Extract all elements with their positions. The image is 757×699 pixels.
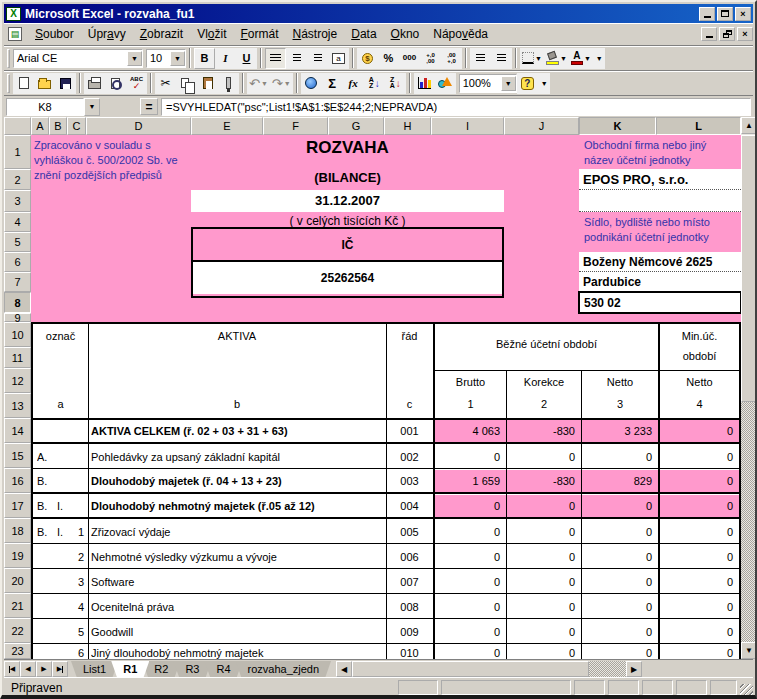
workbook-restore-button[interactable] [719, 27, 735, 41]
table-row-005[interactable]: B.I.1Zřizovací výdaje0050000 [33, 520, 739, 544]
column-header-A[interactable]: A [31, 117, 49, 135]
toolbar-options-button[interactable]: ▼ [593, 48, 605, 69]
vertical-scroll-track[interactable] [741, 402, 757, 642]
help-button[interactable]: ? [517, 73, 538, 94]
column-header-K[interactable]: K [579, 117, 656, 135]
table-row-003[interactable]: B.Dlouhodobý majetek (ř. 04 + 13 + 23)00… [33, 470, 739, 494]
font-color-button[interactable]: A▼ [569, 48, 593, 69]
row-header-21[interactable]: 21 [4, 593, 31, 618]
table-row-009[interactable]: 5Goodwill0090000 [33, 620, 739, 644]
scroll-right-button[interactable]: ▶ [626, 661, 642, 677]
column-header-E[interactable]: E [191, 117, 263, 135]
row-header-6[interactable]: 6 [4, 252, 31, 272]
report-header-area[interactable]: Zpracováno v souladu s vyhláškou č. 500/… [31, 135, 741, 322]
row-header-10[interactable]: 10 [4, 322, 31, 347]
column-header-G[interactable]: G [328, 117, 384, 135]
table-row-007[interactable]: 3Software0070000 [33, 570, 739, 594]
horizontal-scroll-thumb[interactable] [352, 661, 589, 677]
vertical-scroll-thumb[interactable] [741, 135, 757, 402]
sheet-tab-r1[interactable]: R1 [111, 661, 149, 678]
menu-item-npovda[interactable]: Nápověda [426, 24, 495, 44]
chevron-down-icon[interactable]: ▼ [501, 76, 516, 91]
row-header-20[interactable]: 20 [4, 568, 31, 593]
column-header-B[interactable]: B [49, 117, 67, 135]
chart-wizard-button[interactable] [414, 73, 435, 94]
paste-button[interactable] [197, 73, 218, 94]
column-header-L[interactable]: L [656, 117, 741, 135]
decrease-decimal-button[interactable]: ,00 +,0 [441, 48, 462, 69]
row-header-5[interactable]: 5 [4, 232, 31, 252]
row-header-16[interactable]: 16 [4, 468, 31, 493]
save-button[interactable] [55, 73, 76, 94]
align-right-button[interactable] [307, 48, 328, 69]
new-workbook-button[interactable] [13, 73, 34, 94]
column-header-C[interactable]: C [67, 117, 86, 135]
fill-color-button[interactable]: ▼ [544, 48, 569, 69]
last-sheet-button[interactable]: ▶ [52, 661, 68, 677]
previous-sheet-button[interactable]: ◀ [20, 661, 36, 677]
row-header-8[interactable]: 8 [4, 292, 31, 313]
row-header-14[interactable]: 14 [4, 418, 31, 443]
sheet-tab-list1[interactable]: List1 [71, 661, 118, 678]
underline-button[interactable]: U [236, 48, 257, 69]
next-sheet-button[interactable]: ▶ [36, 661, 52, 677]
chevron-down-icon[interactable]: ▼ [170, 51, 185, 66]
chevron-down-icon[interactable]: ▼ [127, 51, 142, 66]
font-name-combo[interactable]: Arial CE ▼ [13, 49, 143, 68]
column-header-I[interactable]: I [431, 117, 504, 135]
equals-button[interactable]: = [140, 98, 158, 115]
row-header-23[interactable]: 23 [4, 643, 31, 659]
column-header-H[interactable]: H [384, 117, 431, 135]
row-header-3[interactable]: 3 [4, 190, 31, 212]
report-date[interactable]: 31.12.2007 [191, 190, 504, 212]
undo-button[interactable]: ↶▼ [247, 73, 270, 94]
open-button[interactable] [34, 73, 55, 94]
row-header-11[interactable]: 11 [4, 347, 31, 368]
menu-item-okno[interactable]: Okno [384, 24, 427, 44]
toolbar-options-button[interactable]: ▼ [538, 73, 550, 94]
menu-item-pravy[interactable]: Úpravy [81, 24, 133, 44]
spelling-button[interactable]: ABC✓ [126, 73, 147, 94]
zoom-combo[interactable]: 100% ▼ [459, 74, 517, 93]
first-sheet-button[interactable]: ◀ [4, 661, 20, 677]
table-row-004[interactable]: B.I.Dlouhodobý nehmotný majetek (ř.05 až… [33, 495, 739, 519]
row-header-17[interactable]: 17 [4, 493, 31, 518]
scroll-left-button[interactable]: ◀ [336, 661, 352, 677]
column-header-D[interactable]: D [86, 117, 191, 135]
paste-function-button[interactable]: fx [343, 73, 364, 94]
comma-style-button[interactable]: 000 [399, 48, 420, 69]
row-header-4[interactable]: 4 [4, 212, 31, 232]
select-all-corner[interactable] [4, 117, 31, 135]
copy-button[interactable] [176, 73, 197, 94]
font-size-combo[interactable]: 10 ▼ [146, 49, 186, 68]
name-box[interactable]: K8 [6, 98, 84, 116]
increase-indent-button[interactable] [491, 48, 512, 69]
borders-button[interactable]: ▼ [520, 48, 544, 69]
close-button[interactable]: × [735, 7, 751, 21]
row-header-2[interactable]: 2 [4, 169, 31, 190]
firm-name-cell-2[interactable] [579, 190, 741, 212]
percent-style-button[interactable]: % [378, 48, 399, 69]
row-header-7[interactable]: 7 [4, 272, 31, 292]
row-header-22[interactable]: 22 [4, 618, 31, 643]
increase-decimal-button[interactable]: +,0 ,00 [420, 48, 441, 69]
column-header-J[interactable]: J [504, 117, 579, 135]
toolbar-grip[interactable] [7, 74, 10, 93]
row-header-18[interactable]: 18 [4, 518, 31, 543]
formula-input[interactable]: =SVYHLEDAT("psc";List1!$A$1:$E$244;2;NEP… [161, 98, 751, 116]
resize-grip[interactable] [740, 684, 753, 697]
maximize-button[interactable] [717, 7, 733, 21]
sort-descending-button[interactable]: Z A↓ [385, 73, 406, 94]
sort-ascending-button[interactable]: A Z↓ [364, 73, 385, 94]
menu-item-soubor[interactable]: Soubor [28, 24, 81, 44]
firm-name-cell[interactable]: EPOS PRO, s.r.o. [579, 169, 741, 190]
scroll-up-button[interactable]: ▲ [741, 117, 757, 134]
insert-hyperlink-button[interactable] [301, 73, 322, 94]
align-left-button[interactable] [265, 48, 286, 69]
table-row-002[interactable]: A.Pohledávky za upsaný základní kapitál0… [33, 445, 739, 469]
menu-item-vloit[interactable]: Vložit [190, 24, 233, 44]
row-header-19[interactable]: 19 [4, 543, 31, 568]
menu-item-data[interactable]: Data [344, 24, 383, 44]
row-header-12[interactable]: 12 [4, 368, 31, 393]
redo-button[interactable]: ↷▼ [270, 73, 293, 94]
